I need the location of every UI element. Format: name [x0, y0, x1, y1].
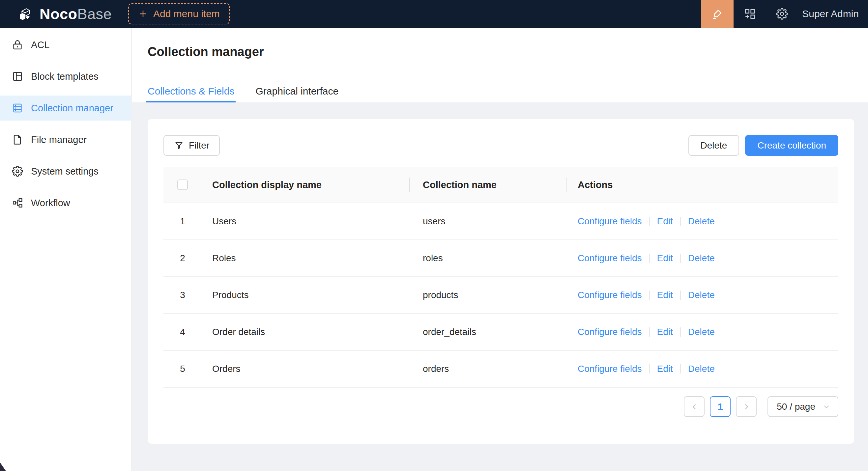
- table-row: 5 Orders orders Configure fields Edit De…: [163, 351, 838, 388]
- plus-icon: [138, 9, 148, 19]
- cell-display-name: Roles: [202, 253, 410, 264]
- edit-link[interactable]: Edit: [657, 253, 673, 264]
- action-divider: [680, 327, 681, 337]
- tabs-bar: Collections & Fields Graphical interface: [148, 86, 868, 102]
- gear-icon: [12, 166, 23, 177]
- action-divider: [649, 217, 650, 226]
- page-title: Collection manager: [148, 45, 868, 59]
- cell-name: orders: [410, 364, 567, 374]
- ui-editor-button[interactable]: [701, 0, 734, 28]
- layout-icon: [12, 71, 23, 82]
- action-divider: [680, 364, 681, 373]
- chevron-left-icon: [690, 403, 699, 411]
- topbar: NocoBase Add menu item: [0, 0, 868, 28]
- cell-name: products: [410, 290, 567, 300]
- cell-display-name: Orders: [202, 364, 410, 374]
- content-area: Filter Delete Create collection Collecti…: [132, 103, 868, 471]
- sidebar-item-label: Collection manager: [31, 103, 113, 114]
- settings-button[interactable]: [766, 0, 798, 28]
- card-toolbar: Filter Delete Create collection: [163, 135, 838, 156]
- nocobase-logo-icon: [18, 6, 34, 22]
- table-row: 1 Users users Configure fields Edit Dele…: [163, 203, 838, 240]
- delete-button[interactable]: Delete: [688, 135, 740, 156]
- select-all-checkbox[interactable]: [177, 179, 188, 190]
- table-header: Collection display name Collection name …: [163, 167, 838, 203]
- row-index: 5: [180, 364, 185, 374]
- cell-actions: Configure fields Edit Delete: [567, 253, 838, 264]
- database-icon: [12, 102, 23, 114]
- delete-link[interactable]: Delete: [688, 216, 715, 227]
- delete-link[interactable]: Delete: [688, 253, 715, 264]
- cell-name: roles: [410, 253, 567, 264]
- gear-icon: [776, 8, 788, 20]
- sidebar-item-system-settings[interactable]: System settings: [0, 159, 131, 184]
- brand-logo: NocoBase: [0, 6, 112, 22]
- plugins-button[interactable]: [734, 0, 766, 28]
- create-collection-button[interactable]: Create collection: [745, 135, 838, 156]
- column-header-display-name: Collection display name: [202, 179, 410, 190]
- filter-icon: [174, 141, 184, 150]
- app-window: NocoBase Add menu item: [0, 0, 868, 471]
- add-menu-item-button[interactable]: Add menu item: [128, 3, 230, 24]
- cell-actions: Configure fields Edit Delete: [567, 364, 838, 374]
- cell-actions: Configure fields Edit Delete: [567, 290, 838, 300]
- configure-fields-link[interactable]: Configure fields: [578, 327, 642, 337]
- edit-link[interactable]: Edit: [657, 327, 673, 337]
- cell-name: users: [410, 216, 567, 227]
- brand-name: NocoBase: [39, 7, 112, 22]
- cell-actions: Configure fields Edit Delete: [567, 216, 838, 227]
- delete-link[interactable]: Delete: [688, 327, 715, 337]
- cell-display-name: Order details: [202, 327, 410, 337]
- tab-graphical-interface[interactable]: Graphical interface: [255, 86, 338, 102]
- delete-link[interactable]: Delete: [688, 290, 715, 300]
- cell-name: order_details: [410, 327, 567, 337]
- sidebar-item-label: Workflow: [31, 198, 70, 208]
- pagination-next-button[interactable]: [736, 396, 756, 417]
- action-divider: [649, 254, 650, 263]
- lock-icon: [12, 39, 23, 51]
- edit-link[interactable]: Edit: [657, 290, 673, 300]
- action-divider: [649, 364, 650, 373]
- delete-link[interactable]: Delete: [688, 364, 715, 374]
- table-row: 4 Order details order_details Configure …: [163, 314, 838, 351]
- sidebar: ACL Block templates Collection manager F…: [0, 28, 132, 471]
- action-divider: [680, 254, 681, 263]
- topbar-actions: Super Admin: [701, 0, 868, 28]
- header-select-cell: [163, 179, 202, 190]
- action-divider: [649, 291, 650, 300]
- file-icon: [12, 134, 23, 145]
- add-menu-item-label: Add menu item: [153, 8, 220, 20]
- user-menu[interactable]: Super Admin: [802, 8, 859, 20]
- sidebar-item-file-manager[interactable]: File manager: [0, 127, 131, 152]
- column-header-actions: Actions: [567, 179, 838, 190]
- configure-fields-link[interactable]: Configure fields: [578, 253, 642, 264]
- cell-display-name: Products: [202, 290, 410, 300]
- sidebar-item-workflow[interactable]: Workflow: [0, 190, 131, 215]
- row-index: 4: [180, 327, 185, 337]
- chevron-right-icon: [742, 403, 751, 411]
- filter-label: Filter: [189, 140, 209, 151]
- cell-display-name: Users: [202, 216, 410, 227]
- edit-link[interactable]: Edit: [657, 216, 673, 227]
- sidebar-item-block-templates[interactable]: Block templates: [0, 64, 131, 89]
- sidebar-item-acl[interactable]: ACL: [0, 32, 131, 57]
- pagination-page-1[interactable]: 1: [710, 396, 731, 417]
- configure-fields-link[interactable]: Configure fields: [578, 364, 642, 374]
- row-index: 1: [180, 216, 185, 227]
- sidebar-item-label: Block templates: [31, 71, 98, 82]
- chevron-down-icon: [823, 403, 831, 411]
- configure-fields-link[interactable]: Configure fields: [578, 290, 642, 300]
- sidebar-item-label: ACL: [31, 39, 50, 51]
- filter-button[interactable]: Filter: [163, 135, 220, 156]
- page-size-select[interactable]: 50 / page: [768, 396, 838, 417]
- row-index: 3: [180, 290, 185, 300]
- tab-collections-fields[interactable]: Collections & Fields: [148, 86, 234, 102]
- action-divider: [680, 291, 681, 300]
- pagination-prev-button[interactable]: [684, 396, 705, 417]
- appstore-add-icon: [744, 8, 756, 20]
- sidebar-item-collection-manager[interactable]: Collection manager: [0, 96, 131, 121]
- table-row: 3 Products products Configure fields Edi…: [163, 277, 838, 314]
- collections-card: Filter Delete Create collection Collecti…: [148, 119, 854, 444]
- configure-fields-link[interactable]: Configure fields: [578, 216, 642, 227]
- edit-link[interactable]: Edit: [657, 364, 673, 374]
